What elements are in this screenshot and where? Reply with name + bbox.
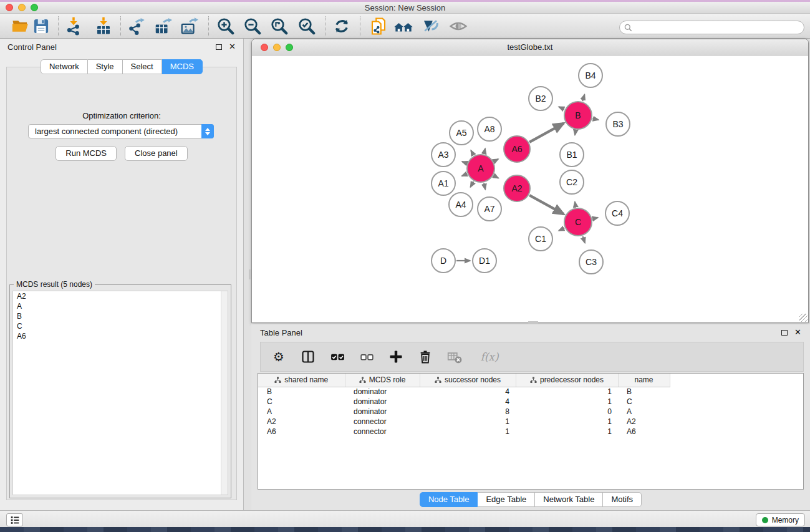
task-history-button[interactable]: [6, 513, 23, 526]
column-header-2[interactable]: successor nodes: [420, 374, 516, 387]
edge-C-C4[interactable]: [592, 218, 597, 219]
table-cell[interactable]: 1: [516, 387, 618, 397]
splitter-handle[interactable]: [249, 269, 251, 279]
table-cell[interactable]: 1: [516, 427, 618, 437]
edge-C-C1[interactable]: [559, 228, 564, 231]
tab-network[interactable]: Network: [41, 59, 88, 74]
edge-A-A3[interactable]: [462, 162, 466, 163]
table-tabs: Node TableEdge TableNetwork TableMotifs: [251, 492, 810, 507]
table-settings-button[interactable]: ⚙: [271, 349, 287, 365]
edge-C-C2[interactable]: [575, 202, 576, 208]
tab-mcds[interactable]: MCDS: [162, 59, 203, 74]
add-row-button[interactable]: [388, 349, 404, 365]
edge-B-B2[interactable]: [559, 107, 564, 109]
edge-A2-C[interactable]: [529, 195, 564, 214]
float-table-panel-icon[interactable]: [781, 330, 788, 336]
column-header-1[interactable]: MCDS role: [345, 374, 420, 387]
column-header-0[interactable]: shared name: [258, 374, 345, 387]
select-all-button[interactable]: [329, 349, 345, 365]
resize-grip-icon[interactable]: [799, 314, 808, 322]
edge-A-A4[interactable]: [470, 181, 473, 187]
network-view[interactable]: A5A8A6A3AB2BB4B3B1A1C2A2A4A7C4CC1C3DD1: [253, 56, 808, 322]
table-cell[interactable]: A6: [258, 427, 345, 437]
import-table-button[interactable]: [93, 16, 114, 37]
export-network-button[interactable]: [125, 16, 147, 37]
run-mcds-button[interactable]: Run MCDS: [55, 146, 117, 161]
edge-A6-B[interactable]: [529, 123, 564, 142]
zoom-out-button[interactable]: [242, 16, 263, 37]
zoom-selected-button[interactable]: [296, 16, 317, 37]
column-header-4[interactable]: name: [618, 374, 670, 387]
save-session-button[interactable]: [31, 16, 52, 37]
list-item[interactable]: B: [13, 311, 228, 321]
tab-node-table[interactable]: Node Table: [420, 492, 478, 507]
list-item[interactable]: A6: [13, 331, 228, 341]
table-cell[interactable]: 4: [420, 387, 516, 397]
zoom-fit-button[interactable]: [269, 16, 290, 37]
export-table-button[interactable]: [152, 16, 173, 37]
edge-A-A7[interactable]: [484, 183, 485, 189]
refresh-button[interactable]: [331, 16, 352, 37]
export-image-button[interactable]: [178, 16, 200, 37]
edge-A-A2[interactable]: [494, 176, 498, 178]
zoom-in-button[interactable]: [215, 16, 236, 37]
close-table-panel-icon[interactable]: ✕: [794, 329, 801, 336]
show-columns-button[interactable]: [300, 349, 316, 365]
edge-A-A5[interactable]: [471, 150, 473, 155]
memory-button[interactable]: Memory: [756, 513, 805, 526]
search-input[interactable]: [635, 23, 804, 32]
deselect-all-button[interactable]: [359, 349, 375, 365]
list-item[interactable]: C: [13, 321, 228, 331]
delete-row-button[interactable]: [417, 349, 433, 365]
horizontal-scroll-mark[interactable]: [528, 321, 538, 324]
first-neighbors-button[interactable]: [393, 16, 414, 37]
table-cell[interactable]: A6: [618, 427, 670, 437]
import-network-button[interactable]: [63, 16, 84, 37]
table-cell[interactable]: A: [258, 407, 345, 417]
tab-network-table[interactable]: Network Table: [535, 492, 603, 507]
table-cell[interactable]: dominator: [345, 387, 420, 397]
list-item[interactable]: A2: [13, 291, 228, 301]
table-cell[interactable]: C: [618, 397, 670, 407]
edge-A-A8[interactable]: [484, 148, 485, 153]
node-table[interactable]: shared nameMCDS rolesuccessor nodesprede…: [258, 373, 804, 490]
close-panel-button[interactable]: Close panel: [125, 146, 188, 161]
table-cell[interactable]: B: [618, 387, 670, 397]
edge-B-B1[interactable]: [575, 130, 576, 135]
result-scrollbar[interactable]: [221, 291, 228, 495]
edge-A-A6[interactable]: [494, 159, 498, 162]
list-item[interactable]: A: [13, 301, 228, 311]
tab-select[interactable]: Select: [123, 59, 162, 74]
copy-network-button[interactable]: [368, 16, 389, 37]
tab-edge-table[interactable]: Edge Table: [478, 492, 535, 507]
network-graph[interactable]: A5A8A6A3AB2BB4B3B1A1C2A2A4A7C4CC1C3DD1: [253, 56, 808, 322]
table-cell[interactable]: 1: [516, 417, 618, 427]
table-cell[interactable]: A: [618, 407, 670, 417]
tab-style[interactable]: Style: [88, 59, 123, 74]
float-panel-icon[interactable]: [216, 44, 222, 50]
tab-motifs[interactable]: Motifs: [603, 492, 642, 507]
table-cell[interactable]: dominator: [345, 397, 420, 407]
edge-B-B4[interactable]: [582, 95, 584, 102]
table-cell[interactable]: C: [258, 397, 345, 407]
table-cell[interactable]: B: [258, 387, 345, 397]
table-cell[interactable]: A2: [258, 417, 345, 427]
table-cell[interactable]: 0: [516, 407, 618, 417]
table-cell[interactable]: dominator: [345, 407, 420, 417]
table-cell[interactable]: 8: [420, 407, 516, 417]
table-cell[interactable]: connector: [345, 427, 420, 437]
edge-C-C3[interactable]: [582, 236, 585, 243]
table-cell[interactable]: 1: [420, 417, 516, 427]
table-cell[interactable]: 1: [516, 397, 618, 407]
close-panel-icon[interactable]: ✕: [229, 44, 236, 50]
table-cell[interactable]: 4: [420, 397, 516, 407]
open-session-button[interactable]: [10, 16, 31, 37]
toggle-graphics-button[interactable]: [420, 16, 441, 37]
edge-B-B3[interactable]: [592, 118, 598, 120]
table-cell[interactable]: connector: [345, 417, 420, 427]
table-cell[interactable]: 1: [420, 427, 516, 437]
table-cell[interactable]: A2: [618, 417, 670, 427]
criterion-select[interactable]: largest connected component (directed): [28, 124, 214, 138]
edge-A-A1[interactable]: [462, 174, 467, 176]
column-header-3[interactable]: predecessor nodes: [516, 374, 618, 387]
